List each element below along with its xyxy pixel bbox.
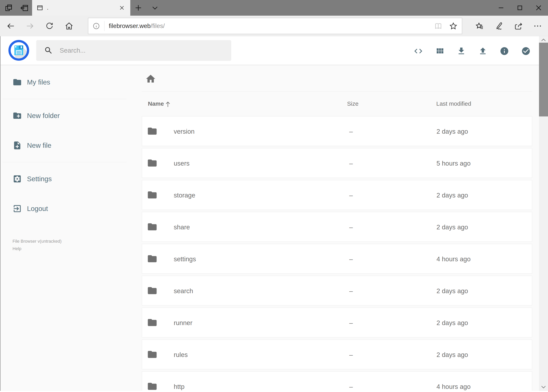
file-size: – <box>349 128 353 135</box>
sidebar-divider <box>2 99 127 99</box>
url-text[interactable]: filebrowser.web/files/ <box>109 22 165 29</box>
logout-icon <box>13 204 22 213</box>
window-bottom-edge <box>0 391 548 392</box>
file-modified: 4 hours ago <box>437 383 471 391</box>
sidebar-item-new-file[interactable]: New file <box>0 131 137 160</box>
sidebar-item-settings[interactable]: Settings <box>0 164 137 194</box>
url-host: filebrowser.web <box>109 22 151 29</box>
table-row-storage[interactable]: storage – 2 days ago <box>142 180 532 210</box>
close-button[interactable] <box>529 0 548 16</box>
new-tab-button[interactable] <box>132 0 145 16</box>
code-view-icon[interactable] <box>414 46 423 56</box>
sidebar-footer: File Browser v(untracked) Help <box>13 238 137 252</box>
file-modified: 2 days ago <box>437 128 468 135</box>
sidebar-item-label: New file <box>27 141 51 149</box>
sidebar-item-logout[interactable]: Logout <box>0 194 137 224</box>
sidebar-item-my-files[interactable]: My files <box>0 67 137 97</box>
file-size: – <box>349 160 353 167</box>
back-icon[interactable] <box>2 16 19 36</box>
help-link[interactable]: Help <box>13 245 137 252</box>
search-box[interactable] <box>36 40 231 61</box>
page-icon <box>36 4 43 11</box>
select-check-icon[interactable] <box>521 46 531 56</box>
folder-icon <box>147 253 158 264</box>
column-header-size[interactable]: Size <box>347 100 358 107</box>
tab-preview-icon[interactable] <box>2 0 15 16</box>
app-version-text: File Browser v(untracked) <box>13 238 137 245</box>
sidebar-item-label: New folder <box>27 112 60 119</box>
table-row-runner[interactable]: runner – 2 days ago <box>142 308 532 337</box>
page-content: My files New folder New file Sett <box>0 36 548 392</box>
file-rows: version – 2 days ago users – 5 hours ago… <box>142 116 532 392</box>
web-note-pen-icon[interactable] <box>490 16 507 36</box>
grid-view-icon[interactable] <box>435 46 444 56</box>
home-icon[interactable] <box>61 16 77 36</box>
table-row-http[interactable]: http – 4 hours ago <box>142 371 532 392</box>
maximize-button[interactable] <box>510 0 529 16</box>
table-row-rules[interactable]: rules – 2 days ago <box>142 340 532 369</box>
folder-icon <box>147 317 158 328</box>
folder-icon <box>13 77 22 87</box>
folder-icon <box>147 349 158 360</box>
table-row-share[interactable]: share – 2 days ago <box>142 212 532 242</box>
url-path: /files/ <box>151 22 165 29</box>
tab-title: . <box>47 5 118 11</box>
file-size: – <box>349 287 353 295</box>
browser-window: . <box>0 0 548 392</box>
folder-icon <box>147 190 158 200</box>
filebrowser-logo[interactable] <box>8 40 29 61</box>
column-header-modified[interactable]: Last modified <box>436 100 471 107</box>
sort-ascending-icon[interactable] <box>164 100 172 108</box>
more-menu-icon[interactable] <box>529 16 547 36</box>
folder-icon <box>147 222 158 232</box>
file-modified: 2 days ago <box>437 351 468 358</box>
upload-icon[interactable] <box>478 46 487 56</box>
table-header: Name Size Last modified <box>142 91 532 116</box>
file-name: storage <box>174 192 195 199</box>
folder-icon <box>147 285 158 296</box>
new-folder-icon <box>13 111 22 120</box>
address-divider <box>104 21 104 31</box>
file-size: – <box>349 224 353 231</box>
scroll-down-icon[interactable] <box>539 383 548 391</box>
info-icon[interactable] <box>500 46 509 56</box>
forward-icon[interactable] <box>21 16 38 36</box>
breadcrumb-home-icon[interactable] <box>145 73 156 84</box>
sidebar-item-label: My files <box>27 78 50 86</box>
file-name: search <box>174 287 193 295</box>
folder-icon <box>147 158 158 168</box>
tab-list-dropdown-icon[interactable] <box>147 0 163 16</box>
share-icon[interactable] <box>510 16 527 36</box>
folder-icon <box>147 381 158 392</box>
scrollbar[interactable] <box>539 36 548 392</box>
sidebar-item-new-folder[interactable]: New folder <box>0 101 137 131</box>
search-input[interactable] <box>60 47 231 54</box>
minimize-button[interactable] <box>492 0 510 16</box>
file-size: – <box>349 192 353 199</box>
set-tabs-aside-icon[interactable] <box>18 0 31 16</box>
favorite-star-icon[interactable] <box>449 22 458 30</box>
column-header-name[interactable]: Name <box>148 100 164 107</box>
table-row-settings[interactable]: settings – 4 hours ago <box>142 244 532 273</box>
browser-toolbar: filebrowser.web/files/ <box>0 16 548 36</box>
browser-tab[interactable]: . <box>32 0 130 16</box>
folder-icon <box>147 126 158 136</box>
table-row-search[interactable]: search – 2 days ago <box>142 276 532 306</box>
refresh-icon[interactable] <box>41 16 58 36</box>
table-row-version[interactable]: version – 2 days ago <box>142 116 532 146</box>
window-controls <box>492 0 548 16</box>
scrollbar-thumb[interactable] <box>539 43 548 116</box>
browser-tab-bar: . <box>0 0 548 16</box>
file-name: version <box>174 128 194 135</box>
file-name: runner <box>174 319 192 327</box>
file-modified: 4 hours ago <box>437 255 471 263</box>
reading-view-icon <box>434 22 442 30</box>
sidebar-divider <box>2 162 127 162</box>
tab-close-icon[interactable] <box>118 4 126 12</box>
address-bar[interactable]: filebrowser.web/files/ <box>88 18 462 34</box>
table-row-users[interactable]: users – 5 hours ago <box>142 148 532 178</box>
favorites-hub-icon[interactable] <box>471 16 488 36</box>
download-icon[interactable] <box>457 46 466 56</box>
site-info-icon[interactable] <box>92 22 100 30</box>
file-size: – <box>349 319 353 327</box>
